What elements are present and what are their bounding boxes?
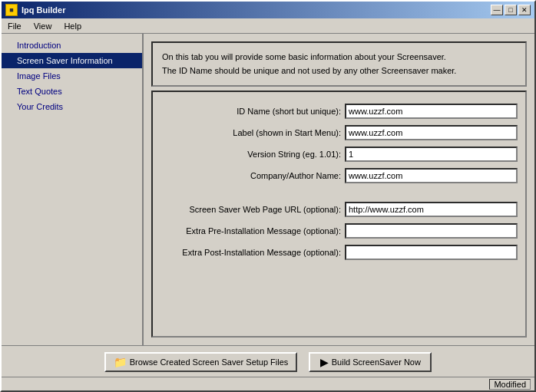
pre-install-label: Extra Pre-Installation Message (optional… (160, 226, 345, 236)
post-install-label: Extra Post-Installation Message (optiona… (160, 248, 345, 257)
post-install-input[interactable] (345, 245, 518, 260)
version-input[interactable] (345, 147, 518, 162)
close-button[interactable]: ✕ (518, 5, 531, 15)
content-panel: On this tab you will provide some basic … (144, 34, 534, 345)
menu-view[interactable]: View (28, 20, 58, 32)
id-name-label: ID Name (short but unique): (160, 107, 345, 116)
id-name-row: ID Name (short but unique): (160, 104, 518, 119)
sidebar-item-your-credits[interactable]: Your Credits (2, 99, 142, 114)
sidebar: Introduction Screen Saver Information Im… (2, 34, 144, 345)
menu-file[interactable]: File (2, 20, 28, 32)
status-text: Modified (489, 379, 531, 390)
sidebar-item-screen-saver-info[interactable]: Screen Saver Information (2, 53, 142, 68)
minimize-button[interactable]: — (491, 5, 503, 15)
browse-icon: 📁 (114, 356, 127, 368)
webpage-url-input[interactable] (345, 202, 518, 217)
build-button[interactable]: ▶ Build ScreenSaver Now (309, 352, 432, 372)
company-input[interactable] (345, 168, 518, 183)
title-bar: ■ Ipq Builder — □ ✕ (2, 2, 534, 18)
label-row: Label (shown in Start Menu): (160, 125, 518, 140)
company-row: Company/Author Name: (160, 168, 518, 183)
sidebar-item-image-files[interactable]: Image Files (2, 68, 142, 84)
pre-install-row: Extra Pre-Installation Message (optional… (160, 223, 518, 239)
title-buttons: — □ ✕ (491, 5, 531, 15)
browse-button[interactable]: 📁 Browse Created Screen Saver Setup File… (104, 352, 298, 372)
version-label: Version String (eg. 1.01): (160, 150, 345, 159)
form-area: ID Name (short but unique): Label (shown… (151, 91, 527, 338)
company-label: Company/Author Name: (160, 171, 345, 180)
sidebar-item-introduction[interactable]: Introduction (2, 38, 142, 53)
post-install-row: Extra Post-Installation Message (optiona… (160, 245, 518, 260)
label-label: Label (shown in Start Menu): (160, 128, 345, 137)
pre-install-input[interactable] (345, 223, 518, 239)
version-row: Version String (eg. 1.01): (160, 147, 518, 162)
sidebar-item-text-quotes[interactable]: Text Quotes (2, 84, 142, 99)
webpage-url-row: Screen Saver Web Page URL (optional): (160, 202, 518, 217)
build-icon: ▶ (320, 356, 329, 368)
menu-bar: File View Help (2, 18, 534, 34)
browse-label: Browse Created Screen Saver Setup Files (130, 357, 289, 367)
maximize-button[interactable]: □ (505, 5, 517, 15)
form-spacer (160, 189, 518, 197)
menu-help[interactable]: Help (58, 20, 88, 32)
build-label: Build ScreenSaver Now (332, 357, 421, 367)
info-line2: The ID Name should be unique and not use… (162, 64, 516, 78)
status-bar: Modified (2, 377, 534, 390)
main-content: Introduction Screen Saver Information Im… (2, 34, 534, 345)
info-box: On this tab you will provide some basic … (151, 41, 527, 87)
webpage-url-label: Screen Saver Web Page URL (optional): (160, 205, 345, 214)
window-title: Ipq Builder (22, 5, 65, 15)
title-bar-left: ■ Ipq Builder (5, 4, 65, 16)
main-window: ■ Ipq Builder — □ ✕ File View Help Intro… (0, 0, 536, 392)
button-bar: 📁 Browse Created Screen Saver Setup File… (2, 345, 534, 377)
app-icon: ■ (5, 4, 18, 16)
id-name-input[interactable] (345, 104, 518, 119)
label-input[interactable] (345, 125, 518, 140)
info-line1: On this tab you will provide some basic … (162, 51, 516, 64)
